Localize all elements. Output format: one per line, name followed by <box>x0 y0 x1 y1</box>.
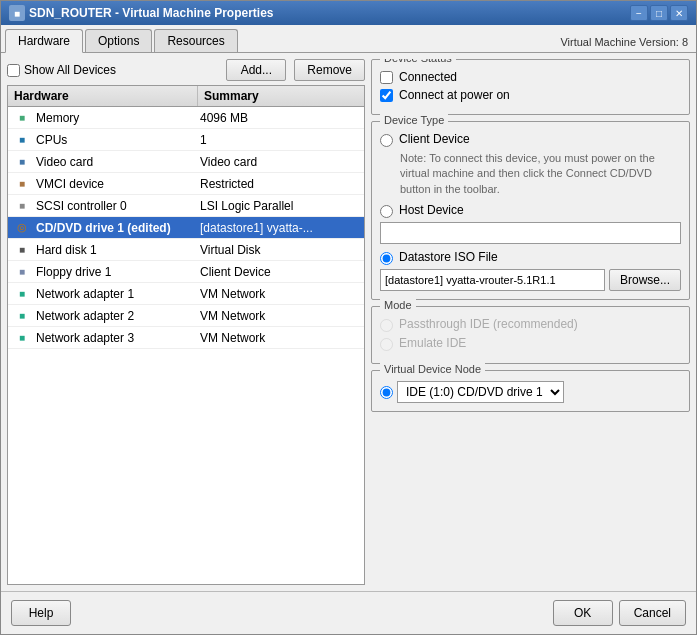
main-content: Show All Devices Add... Remove Hardware … <box>1 53 696 591</box>
mode-group: Mode Passthrough IDE (recommended) Emula… <box>371 306 690 364</box>
network-icon: ■ <box>12 330 32 346</box>
row-summary: Client Device <box>196 265 364 279</box>
devices-toolbar: Show All Devices Add... Remove <box>7 59 365 81</box>
hdd-icon: ■ <box>12 242 32 258</box>
row-summary: LSI Logic Parallel <box>196 199 364 213</box>
table-row-selected[interactable]: ◎ CD/DVD drive 1 (edited) [datastore1] v… <box>8 217 364 239</box>
table-row[interactable]: ■ CPUs 1 <box>8 129 364 151</box>
col-hardware-header: Hardware <box>8 86 198 106</box>
connect-power-label: Connect at power on <box>399 88 510 102</box>
cancel-button[interactable]: Cancel <box>619 600 686 626</box>
row-hardware-name: VMCI device <box>36 177 196 191</box>
network-icon: ■ <box>12 286 32 302</box>
client-device-row: Client Device <box>380 132 681 147</box>
show-all-devices-label[interactable]: Show All Devices <box>7 63 116 77</box>
table-row[interactable]: ■ Network adapter 1 VM Network <box>8 283 364 305</box>
row-summary: 4096 MB <box>196 111 364 125</box>
device-status-label: Device Status <box>380 59 456 64</box>
emulate-radio[interactable] <box>380 338 393 351</box>
row-summary: Restricted <box>196 177 364 191</box>
client-device-label: Client Device <box>399 132 470 146</box>
host-device-dropdown[interactable] <box>380 222 681 244</box>
row-hardware-name: Memory <box>36 111 196 125</box>
row-summary: VM Network <box>196 309 364 323</box>
tab-hardware[interactable]: Hardware <box>5 29 83 53</box>
window-title: SDN_ROUTER - Virtual Machine Properties <box>29 6 274 20</box>
add-button[interactable]: Add... <box>226 59 286 81</box>
row-summary: VM Network <box>196 331 364 345</box>
passthrough-radio[interactable] <box>380 319 393 332</box>
title-bar: ■ SDN_ROUTER - Virtual Machine Propertie… <box>1 1 696 25</box>
vdev-radio[interactable] <box>380 386 393 399</box>
virtual-device-node-group: Virtual Device Node IDE (1:0) CD/DVD dri… <box>371 370 690 412</box>
cpu-icon: ■ <box>12 132 32 148</box>
passthrough-label: Passthrough IDE (recommended) <box>399 317 578 331</box>
table-row[interactable]: ■ Memory 4096 MB <box>8 107 364 129</box>
help-button[interactable]: Help <box>11 600 71 626</box>
close-button[interactable]: ✕ <box>670 5 688 21</box>
row-hardware-name: Network adapter 2 <box>36 309 196 323</box>
memory-icon: ■ <box>12 110 32 126</box>
tab-resources[interactable]: Resources <box>154 29 237 52</box>
row-hardware-name: Hard disk 1 <box>36 243 196 257</box>
row-summary: 1 <box>196 133 364 147</box>
host-device-label: Host Device <box>399 203 464 217</box>
vdev-dropdown[interactable]: IDE (1:0) CD/DVD drive 1 <box>397 381 564 403</box>
client-device-radio[interactable] <box>380 134 393 147</box>
bottom-right: OK Cancel <box>553 600 686 626</box>
minimize-button[interactable]: − <box>630 5 648 21</box>
mode-label: Mode <box>380 299 416 311</box>
version-label: Virtual Machine Version: 8 <box>560 36 688 48</box>
table-row[interactable]: ■ Video card Video card <box>8 151 364 173</box>
tab-bar: Hardware Options Resources Virtual Machi… <box>1 25 696 53</box>
scsi-icon: ■ <box>12 198 32 214</box>
row-hardware-name: Floppy drive 1 <box>36 265 196 279</box>
row-summary: Virtual Disk <box>196 243 364 257</box>
connect-power-checkbox[interactable] <box>380 89 393 102</box>
cdrom-icon: ◎ <box>12 220 32 236</box>
table-row[interactable]: ■ Network adapter 3 VM Network <box>8 327 364 349</box>
row-hardware-name: SCSI controller 0 <box>36 199 196 213</box>
hardware-table: Hardware Summary ■ Memory 4096 MB ■ CPUs… <box>7 85 365 585</box>
table-row[interactable]: ■ Floppy drive 1 Client Device <box>8 261 364 283</box>
datastore-iso-input[interactable] <box>380 269 605 291</box>
connected-row: Connected <box>380 70 681 84</box>
row-summary: VM Network <box>196 287 364 301</box>
bottom-bar: Help OK Cancel <box>1 591 696 634</box>
floppy-icon: ■ <box>12 264 32 280</box>
host-device-radio[interactable] <box>380 205 393 218</box>
maximize-button[interactable]: □ <box>650 5 668 21</box>
host-device-row: Host Device <box>380 203 681 218</box>
table-row[interactable]: ■ Hard disk 1 Virtual Disk <box>8 239 364 261</box>
row-hardware-name: Network adapter 3 <box>36 331 196 345</box>
row-hardware-name: Video card <box>36 155 196 169</box>
row-hardware-name: CD/DVD drive 1 (edited) <box>36 221 196 235</box>
ok-button[interactable]: OK <box>553 600 613 626</box>
remove-button[interactable]: Remove <box>294 59 365 81</box>
connect-power-row: Connect at power on <box>380 88 681 102</box>
table-header: Hardware Summary <box>8 86 364 107</box>
virtual-device-node-label: Virtual Device Node <box>380 363 485 375</box>
left-panel: Show All Devices Add... Remove Hardware … <box>7 59 365 585</box>
title-bar-left: ■ SDN_ROUTER - Virtual Machine Propertie… <box>9 5 274 21</box>
video-icon: ■ <box>12 154 32 170</box>
connected-checkbox[interactable] <box>380 71 393 84</box>
row-summary: [datastore1] vyatta-... <box>196 221 364 235</box>
emulate-label: Emulate IDE <box>399 336 466 350</box>
datastore-iso-label: Datastore ISO File <box>399 250 498 264</box>
vmci-icon: ■ <box>12 176 32 192</box>
datastore-iso-radio[interactable] <box>380 252 393 265</box>
table-row[interactable]: ■ SCSI controller 0 LSI Logic Parallel <box>8 195 364 217</box>
host-device-dropdown-row <box>380 222 681 244</box>
device-status-group: Device Status Connected Connect at power… <box>371 59 690 115</box>
show-all-devices-checkbox[interactable] <box>7 64 20 77</box>
row-hardware-name: Network adapter 1 <box>36 287 196 301</box>
title-bar-controls: − □ ✕ <box>630 5 688 21</box>
row-summary: Video card <box>196 155 364 169</box>
row-hardware-name: CPUs <box>36 133 196 147</box>
table-row[interactable]: ■ VMCI device Restricted <box>8 173 364 195</box>
browse-button[interactable]: Browse... <box>609 269 681 291</box>
tab-options[interactable]: Options <box>85 29 152 52</box>
device-type-label: Device Type <box>380 114 448 126</box>
table-row[interactable]: ■ Network adapter 2 VM Network <box>8 305 364 327</box>
